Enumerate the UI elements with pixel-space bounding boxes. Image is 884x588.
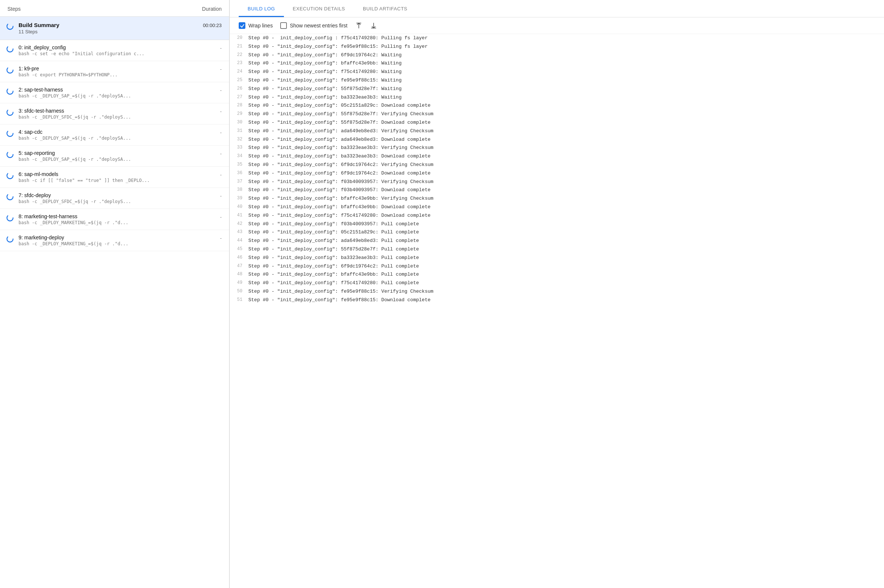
- log-line-number: 26: [230, 85, 248, 92]
- step-row[interactable]: 0: init_deploy_configbash -c set -e echo…: [0, 40, 229, 61]
- step-row[interactable]: 1: k9-prebash -c export PYTHONPATH=$PYTH…: [0, 61, 229, 82]
- step-content: 9: marketing-deploybash -c _DEPLOY_MARKE…: [18, 234, 216, 246]
- log-line-text: Step #0 - "init_deploy_config": 05c2151a…: [248, 102, 430, 110]
- log-line-text: Step #0 - "init_deploy_config": 55f875d2…: [248, 110, 433, 118]
- log-line: 40Step #0 - "init_deploy_config": bfaffc…: [230, 203, 884, 212]
- step-row[interactable]: 5: sap-reportingbash -c _DEPLOY_SAP_=$(j…: [0, 146, 229, 167]
- log-line-number: 36: [230, 170, 248, 177]
- step-loading-icon: [6, 87, 14, 95]
- tab-build-artifacts[interactable]: BUILD ARTIFACTS: [354, 0, 416, 17]
- step-duration: -: [220, 66, 222, 72]
- log-line-number: 21: [230, 43, 248, 50]
- svg-point-10: [7, 236, 14, 242]
- step-command: bash -c _DEPLOY_MARKETING_=$(jq -r ."d..…: [18, 220, 216, 225]
- log-line-number: 24: [230, 68, 248, 75]
- left-panel: Steps Duration Build Summary 11 Steps 00…: [0, 0, 230, 588]
- step-loading-icon: [6, 235, 14, 243]
- step-row[interactable]: 2: sap-test-harnessbash -c _DEPLOY_SAP_=…: [0, 82, 229, 104]
- log-line-number: 32: [230, 136, 248, 143]
- log-line-number: 20: [230, 34, 248, 42]
- step-row[interactable]: 4: sap-cdcbash -c _DEPLOY_SAP_=$(jq -r .…: [0, 124, 229, 146]
- log-line-number: 45: [230, 246, 248, 253]
- log-line-number: 49: [230, 279, 248, 286]
- svg-point-1: [7, 46, 14, 52]
- step-name: 0: init_deploy_config: [18, 45, 216, 50]
- log-line-text: Step #0 - "init_deploy_config": 6f9dc197…: [248, 161, 433, 169]
- wrap-lines-checkbox[interactable]: [239, 22, 245, 29]
- scroll-top-button[interactable]: [355, 22, 363, 29]
- log-area[interactable]: 20Step #0 - init_deploy_config : f75c417…: [230, 34, 884, 588]
- log-line: 21Step #0 - "init_deploy_config": fe95e9…: [230, 43, 884, 51]
- log-line: 37Step #0 - "init_deploy_config": f03b40…: [230, 178, 884, 186]
- svg-point-7: [7, 172, 14, 179]
- step-row[interactable]: 6: sap-ml-modelsbash -c if [[ "false" ==…: [0, 167, 229, 188]
- log-line-text: Step #0 - "init_deploy_config": 05c2151a…: [248, 229, 419, 236]
- step-content: 4: sap-cdcbash -c _DEPLOY_SAP_=$(jq -r .…: [18, 129, 216, 141]
- step-name: 9: marketing-deploy: [18, 234, 216, 240]
- log-line: 35Step #0 - "init_deploy_config": 6f9dc1…: [230, 161, 884, 170]
- log-line: 32Step #0 - "init_deploy_config": ada649…: [230, 136, 884, 144]
- log-line: 30Step #0 - "init_deploy_config": 55f875…: [230, 118, 884, 127]
- log-line-number: 46: [230, 254, 248, 261]
- log-line: 47Step #0 - "init_deploy_config": 6f9dc1…: [230, 262, 884, 271]
- step-command: bash -c _DEPLOY_SFDC_=$(jq -r ."deployS.…: [18, 199, 216, 204]
- build-summary-duration: 00:00:23: [203, 22, 222, 28]
- steps-label: Steps: [8, 6, 21, 12]
- step-content: 8: marketing-test-harnessbash -c _DEPLOY…: [18, 213, 216, 225]
- log-line-number: 44: [230, 237, 248, 244]
- scroll-bottom-button[interactable]: [370, 22, 377, 29]
- step-row[interactable]: 3: sfdc-test-harnessbash -c _DEPLOY_SFDC…: [0, 104, 229, 124]
- step-row[interactable]: 9: marketing-deploybash -c _DEPLOY_MARKE…: [0, 230, 229, 251]
- duration-label: Duration: [202, 6, 222, 12]
- show-newest-checkbox[interactable]: [280, 22, 287, 29]
- step-content: 6: sap-ml-modelsbash -c if [[ "false" ==…: [18, 171, 216, 183]
- log-line-number: 23: [230, 60, 248, 67]
- step-row[interactable]: 7: sfdc-deploybash -c _DEPLOY_SFDC_=$(jq…: [0, 188, 229, 209]
- log-line-text: Step #0 - "init_deploy_config": f75c4174…: [248, 68, 401, 76]
- log-line: 36Step #0 - "init_deploy_config": 6f9dc1…: [230, 170, 884, 178]
- log-line: 29Step #0 - "init_deploy_config": 55f875…: [230, 110, 884, 118]
- step-loading-icon: [6, 193, 14, 201]
- log-line-text: Step #0 - "init_deploy_config": fe95e9f8…: [248, 296, 430, 304]
- log-line-number: 51: [230, 296, 248, 303]
- log-line: 28Step #0 - "init_deploy_config": 05c215…: [230, 102, 884, 110]
- step-command: bash -c if [[ "false" == "true" ]] then …: [18, 178, 216, 183]
- log-line-text: Step #0 - "init_deploy_config": fe95e9f8…: [248, 43, 428, 51]
- build-summary-content: Build Summary 11 Steps: [18, 22, 198, 34]
- build-summary-row[interactable]: Build Summary 11 Steps 00:00:23: [0, 16, 229, 40]
- step-name: 8: marketing-test-harness: [18, 213, 216, 219]
- log-line-text: Step #0 - "init_deploy_config": 55f875d2…: [248, 246, 419, 254]
- log-line-number: 42: [230, 220, 248, 228]
- log-line-text: Step #0 - "init_deploy_config": ba3323ea…: [248, 153, 430, 160]
- log-line-number: 34: [230, 153, 248, 160]
- log-line-text: Step #0 - "init_deploy_config": bfaffc43…: [248, 203, 430, 211]
- log-line: 27Step #0 - "init_deploy_config": ba3323…: [230, 93, 884, 102]
- log-line-text: Step #0 - "init_deploy_config": ada649eb…: [248, 136, 430, 144]
- log-line: 31Step #0 - "init_deploy_config": ada649…: [230, 127, 884, 136]
- tab-build-log[interactable]: BUILD LOG: [239, 0, 284, 17]
- log-line-text: Step #0 - "init_deploy_config": 55f875d2…: [248, 119, 430, 127]
- wrap-lines-group: Wrap lines: [239, 22, 273, 29]
- step-name: 4: sap-cdc: [18, 129, 216, 135]
- step-row[interactable]: 8: marketing-test-harnessbash -c _DEPLOY…: [0, 209, 229, 230]
- svg-point-9: [7, 215, 14, 221]
- step-duration: -: [220, 213, 222, 220]
- step-loading-icon: [6, 45, 14, 53]
- step-name: 3: sfdc-test-harness: [18, 108, 216, 114]
- log-line-number: 40: [230, 203, 248, 210]
- log-line-text: Step #0 - "init_deploy_config": 6f9dc197…: [248, 170, 430, 177]
- log-line: 42Step #0 - "init_deploy_config": f03b40…: [230, 220, 884, 229]
- log-line-number: 29: [230, 110, 248, 117]
- log-line-number: 47: [230, 263, 248, 270]
- svg-point-6: [7, 152, 14, 158]
- log-line-number: 31: [230, 128, 248, 135]
- log-line-number: 48: [230, 271, 248, 278]
- log-line: 33Step #0 - "init_deploy_config": ba3323…: [230, 144, 884, 152]
- step-duration: -: [220, 108, 222, 114]
- tab-execution-details[interactable]: EXECUTION DETAILS: [284, 0, 354, 17]
- log-line-text: Step #0 - "init_deploy_config": fe95e9f8…: [248, 288, 433, 296]
- log-line-number: 38: [230, 186, 248, 194]
- step-content: 0: init_deploy_configbash -c set -e echo…: [18, 45, 216, 56]
- svg-point-8: [7, 194, 14, 200]
- log-line-number: 33: [230, 144, 248, 151]
